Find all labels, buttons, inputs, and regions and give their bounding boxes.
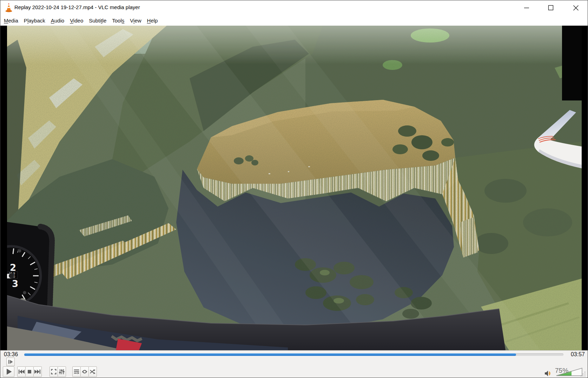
close-button[interactable]: [566, 0, 586, 15]
playlist-icon: [73, 368, 80, 375]
stop-icon: [27, 369, 32, 374]
minimize-icon: [524, 5, 529, 11]
minimize-button[interactable]: [516, 0, 537, 15]
video-black-corner: [562, 26, 582, 100]
play-button[interactable]: [3, 366, 14, 377]
previous-button[interactable]: [17, 366, 26, 377]
window-title: Replay 2022-10-24 19-12-27.mp4 - VLC med…: [14, 4, 140, 10]
video-display[interactable]: 2 3 29.9 30.0: [0, 26, 588, 350]
vlc-window: Replay 2022-10-24 19-12-27.mp4 - VLC med…: [0, 0, 588, 378]
menu-video[interactable]: Video: [67, 17, 86, 25]
time-elapsed[interactable]: 03:36: [4, 351, 18, 358]
menu-help[interactable]: Help: [144, 17, 161, 25]
maximize-button[interactable]: [541, 0, 561, 15]
frame-by-frame-icon: [7, 359, 14, 365]
seek-progress: [24, 353, 516, 356]
shuffle-icon: [89, 368, 96, 375]
menu-view[interactable]: View: [127, 17, 144, 25]
menu-playback[interactable]: Playback: [21, 17, 48, 25]
video-scene: 2 3 29.9 30.0: [7, 26, 582, 350]
menu-subtitle[interactable]: Subtitle: [86, 17, 109, 25]
menubar: Media Playback Audio Video Subtitle Tool…: [0, 15, 588, 26]
vlc-logo-icon: [5, 3, 13, 12]
extended-settings-button[interactable]: [58, 366, 66, 377]
loop-button[interactable]: [80, 366, 89, 377]
fullscreen-button[interactable]: [49, 366, 58, 377]
close-icon: [573, 5, 579, 11]
previous-icon: [18, 369, 25, 374]
titlebar: Replay 2022-10-24 19-12-27.mp4 - VLC med…: [0, 0, 588, 15]
svg-text:3: 3: [12, 279, 18, 289]
maximize-icon: [548, 5, 554, 11]
transport-group: [17, 366, 41, 377]
play-icon: [5, 368, 13, 376]
next-button[interactable]: [33, 366, 42, 377]
canopy-glare: [7, 26, 582, 350]
speaker-icon[interactable]: [544, 370, 553, 377]
stop-button[interactable]: [25, 366, 34, 377]
fullscreen-icon: [50, 368, 57, 375]
seek-bar[interactable]: [24, 353, 563, 356]
next-icon: [34, 369, 41, 374]
volume-percentage: 75%: [555, 367, 568, 374]
control-panel: 03:36 03:57: [0, 350, 588, 378]
view-group: [49, 366, 66, 377]
frame-by-frame-button[interactable]: [6, 358, 15, 366]
playlist-button[interactable]: [72, 366, 81, 377]
menu-media[interactable]: Media: [1, 17, 21, 25]
random-button[interactable]: [88, 366, 97, 377]
loop-icon: [81, 368, 88, 375]
playlist-group: [72, 366, 97, 377]
equalizer-sliders-icon: [58, 368, 65, 375]
time-duration[interactable]: 03:57: [571, 351, 585, 358]
menu-tools[interactable]: Tools: [109, 17, 127, 25]
menu-audio[interactable]: Audio: [48, 17, 67, 25]
